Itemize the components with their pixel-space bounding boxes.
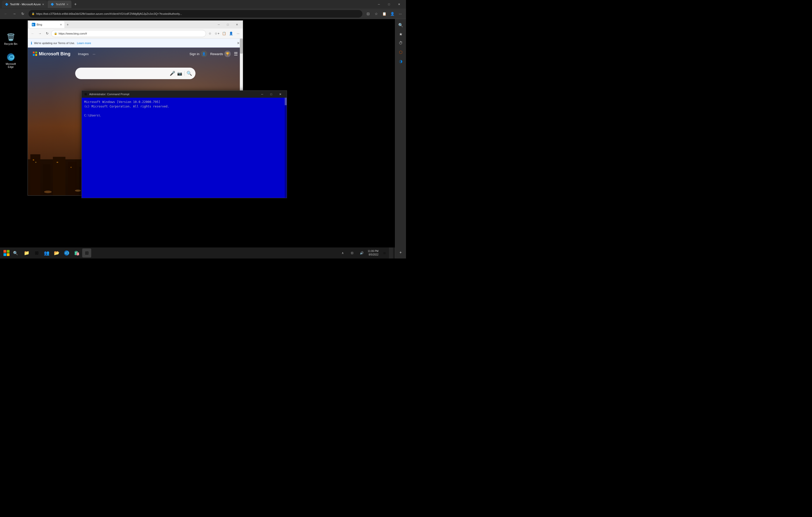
tab-close-2[interactable]: ✕: [66, 3, 68, 6]
svg-rect-26: [35, 162, 36, 163]
host-minimize-button[interactable]: ─: [374, 0, 384, 8]
taskbar-file-manager[interactable]: 📂: [52, 248, 61, 257]
forward-button[interactable]: →: [10, 10, 18, 18]
back-button[interactable]: ←: [2, 10, 9, 18]
vm-edge-winbtns: ─ □ ✕: [214, 21, 241, 29]
host-tab-1[interactable]: 🔷 TestVM - Microsoft Azure ✕: [2, 0, 47, 8]
sidebar-outlook-icon[interactable]: ◑: [397, 57, 405, 65]
show-hidden-icons[interactable]: ∧: [338, 248, 347, 257]
host-close-button[interactable]: ✕: [394, 0, 404, 8]
host-maximize-button[interactable]: □: [384, 0, 394, 8]
cmd-close-button[interactable]: ✕: [276, 91, 285, 98]
split-tab-button[interactable]: ⊡: [365, 10, 372, 18]
notification-close[interactable]: ✕: [237, 41, 240, 45]
vm-settings-menu[interactable]: ···: [235, 30, 241, 37]
host-browser: 🔷 TestVM - Microsoft Azure ✕ 🔷 TestVM ✕ …: [0, 0, 406, 258]
taskbar-teams[interactable]: 👥: [42, 248, 51, 257]
vm-refresh-button[interactable]: ↻: [44, 30, 50, 37]
bing-nav: Images ···: [78, 52, 95, 56]
vm-back-button[interactable]: ←: [29, 30, 36, 37]
rewards-icon: 🏆: [224, 51, 231, 57]
taskbar-store[interactable]: 🛍️: [72, 248, 81, 257]
vm-restore-button[interactable]: □: [223, 21, 232, 29]
host-toolbar: ← → ↻ 🔒 https://bst-c375b4cb-e48d-b6ba3d…: [0, 8, 406, 19]
cmd-titlebar: ⊞ Administrator: Command Prompt ─ □ ✕: [82, 91, 287, 98]
recycle-bin-icon[interactable]: 🗑️ Recycle Bin: [2, 32, 20, 47]
ms-logo-squares: [33, 52, 37, 56]
bing-tab-favicon: b: [32, 23, 35, 26]
taskbar-search-button[interactable]: 🔍: [11, 248, 20, 257]
tab-favicon-2: 🔷: [51, 2, 54, 6]
learn-more-link[interactable]: Learn more: [77, 41, 91, 44]
search-icon[interactable]: 🔍: [186, 71, 192, 76]
vm-new-tab-button[interactable]: +: [64, 21, 71, 28]
toolbar-right: ⊡ ☆ 📋 👤 ···: [365, 10, 404, 18]
bing-tab[interactable]: b Bing ✕: [29, 21, 64, 28]
bing-search-input[interactable]: [79, 71, 168, 75]
start-button[interactable]: [2, 248, 11, 257]
vm-minimize-button[interactable]: ─: [214, 21, 223, 29]
svg-rect-16: [30, 154, 40, 195]
taskbar-edge[interactable]: [62, 248, 71, 257]
bing-search-box[interactable]: 🎤 📷 🔍: [75, 68, 196, 79]
vm-favorites-add[interactable]: ☆+: [214, 30, 220, 37]
vm-favorites-star[interactable]: ☆: [207, 30, 213, 37]
bing-images-link[interactable]: Images: [78, 52, 89, 56]
cmd-minimize-button[interactable]: ─: [258, 91, 267, 98]
taskbar-items: 📁 ⊞ 👥 📂 🛍️ ⊞: [22, 248, 91, 257]
edge-icon[interactable]: Microsoft Edge: [2, 52, 20, 70]
taskbar-clock[interactable]: 11:06 PM 8/5/2022: [366, 249, 380, 256]
cmd-scrollbar-thumb[interactable]: [285, 98, 287, 105]
tab-label-1: TestVM - Microsoft Azure: [10, 3, 40, 6]
camera-icon[interactable]: 📷: [177, 71, 182, 76]
clock-time: 11:06 PM: [368, 249, 378, 253]
vm-collections[interactable]: 📋: [221, 30, 227, 37]
host-tab-2[interactable]: 🔷 TestVM ✕: [48, 0, 71, 8]
address-bar[interactable]: 🔒 https://bst-c375b4cb-e48d-b6ba3dc52fbf…: [29, 10, 362, 18]
vm-close-button[interactable]: ✕: [232, 21, 241, 29]
tab-close-1[interactable]: ✕: [42, 3, 44, 6]
bing-search-container: 🎤 📷 🔍: [28, 68, 243, 79]
bing-rewards-button[interactable]: Rewards 🏆: [210, 51, 231, 57]
show-desktop-button[interactable]: [389, 247, 393, 258]
new-tab-button[interactable]: +: [72, 1, 79, 8]
lock-icon: 🔒: [32, 12, 35, 15]
vm-address-bar[interactable]: 🔒 https://www.bing.com/#: [51, 30, 206, 37]
taskbar-file-explorer[interactable]: 📁: [22, 248, 31, 257]
profile-button[interactable]: 👤: [388, 10, 396, 18]
vm-profile[interactable]: 👤: [228, 30, 234, 37]
sidebar-search-icon[interactable]: 🔍: [397, 21, 405, 29]
cmd-content: Microsoft Windows [Version 10.0.22000.79…: [82, 98, 287, 198]
refresh-button[interactable]: ↻: [19, 10, 27, 18]
taskbar-widgets[interactable]: ⊞: [32, 248, 41, 257]
bing-more-menu[interactable]: ···: [93, 52, 95, 56]
collections-button[interactable]: 📋: [380, 10, 388, 18]
sidebar-office-icon[interactable]: ⬡: [397, 48, 405, 56]
sidebar-history-icon[interactable]: ⏱: [397, 39, 405, 47]
mic-icon[interactable]: 🎤: [170, 71, 175, 76]
signin-text: Sign in: [190, 52, 200, 56]
sidebar-add-button[interactable]: +: [397, 248, 405, 256]
bing-tab-close[interactable]: ✕: [60, 23, 62, 26]
svg-point-29: [44, 191, 52, 193]
settings-button[interactable]: ···: [397, 10, 404, 18]
logo-sq-green: [7, 250, 9, 253]
address-text: https://bst-c375b4cb-e48d-b6ba3dc52fbf.b…: [36, 12, 359, 15]
bing-header-right: Sign in 👤 Rewards 🏆 ☰: [190, 51, 238, 57]
bing-logo: Microsoft Bing: [33, 51, 70, 57]
favorites-button[interactable]: ☆: [372, 10, 380, 18]
svg-rect-25: [33, 159, 34, 160]
vm-forward-button[interactable]: →: [37, 30, 43, 37]
cmd-scrollbar[interactable]: [285, 98, 287, 198]
bing-hamburger-button[interactable]: ☰: [234, 51, 238, 57]
sidebar-favorites-icon[interactable]: ★: [397, 30, 405, 38]
notification-center[interactable]: ⊡: [380, 248, 389, 257]
logo-sq-red: [3, 250, 6, 253]
network-icon[interactable]: ⊡: [348, 248, 357, 257]
cmd-maximize-button[interactable]: □: [267, 91, 276, 98]
bing-signin-button[interactable]: Sign in 👤: [190, 51, 207, 57]
logo-sq-yellow: [7, 253, 9, 256]
volume-icon[interactable]: 🔊: [357, 248, 366, 257]
taskbar-cmd[interactable]: ⊞: [82, 248, 91, 257]
win11-logo: [3, 249, 10, 256]
